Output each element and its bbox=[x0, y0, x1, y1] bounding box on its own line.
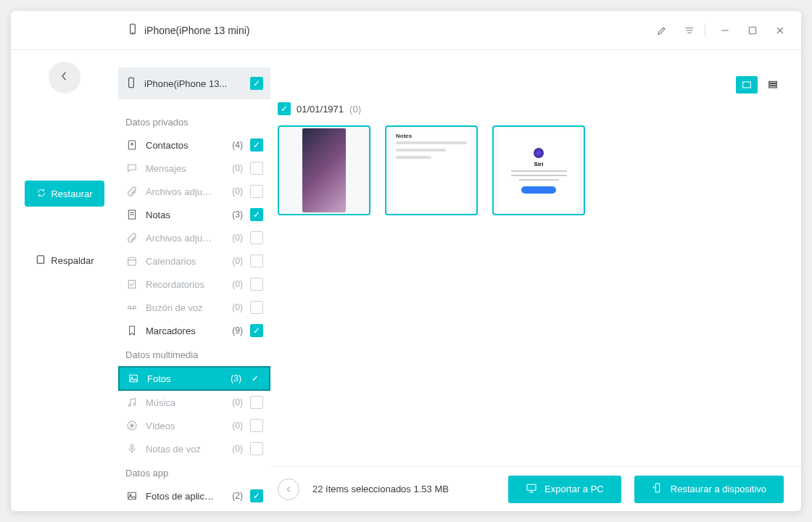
section-media: Datos multimedia bbox=[118, 342, 270, 366]
menu-icon[interactable] bbox=[682, 22, 697, 38]
app-window: iPhone(iPhone 13 mini) Restaurar Respald… bbox=[11, 11, 801, 511]
category-checkbox[interactable] bbox=[250, 442, 263, 455]
section-app: Datos app bbox=[118, 460, 270, 484]
svg-rect-10 bbox=[38, 255, 44, 263]
category-checkbox[interactable] bbox=[249, 372, 262, 385]
svg-rect-33 bbox=[743, 82, 751, 88]
photos-icon bbox=[127, 373, 140, 384]
minimize-button[interactable] bbox=[717, 22, 733, 38]
category-notes[interactable]: Notas(3) bbox=[118, 203, 270, 226]
svg-rect-19 bbox=[128, 281, 135, 289]
category-videos[interactable]: Vídeos(0) bbox=[118, 414, 270, 437]
category-checkbox[interactable] bbox=[250, 489, 263, 502]
date-count: (0) bbox=[349, 104, 361, 115]
thumbnail[interactable] bbox=[278, 125, 370, 215]
restore-device-button[interactable]: Restaurar a dispositivo bbox=[634, 476, 784, 503]
close-button[interactable] bbox=[772, 22, 788, 38]
restore-device-icon bbox=[652, 482, 663, 496]
svg-rect-40 bbox=[655, 484, 659, 492]
svg-rect-29 bbox=[131, 444, 133, 450]
phone-icon bbox=[127, 23, 138, 37]
content-toolbar bbox=[270, 50, 801, 99]
svg-point-13 bbox=[131, 143, 133, 145]
category-reminders[interactable]: Recordatorios(0) bbox=[118, 273, 270, 296]
category-checkbox[interactable] bbox=[250, 254, 263, 268]
category-checkbox[interactable] bbox=[250, 419, 263, 432]
category-count: (0) bbox=[223, 444, 243, 454]
category-count: (2) bbox=[223, 491, 243, 501]
category-checkbox[interactable] bbox=[250, 162, 263, 175]
category-checkbox[interactable] bbox=[250, 396, 263, 409]
category-checkbox[interactable] bbox=[250, 324, 263, 337]
category-checkbox[interactable] bbox=[250, 185, 263, 198]
maximize-button[interactable] bbox=[745, 22, 761, 38]
edit-icon[interactable] bbox=[654, 22, 670, 38]
restore-button[interactable]: Restaurar bbox=[25, 181, 104, 207]
calendars-icon bbox=[125, 255, 138, 267]
category-photos[interactable]: Fotos(3) bbox=[118, 366, 270, 391]
divider bbox=[705, 24, 705, 37]
svg-rect-31 bbox=[128, 492, 136, 499]
category-name: Fotos de aplicaci... bbox=[146, 491, 215, 502]
content-area: 01/01/1971 (0) Notes Siri 22 ítems selec… bbox=[270, 50, 801, 511]
category-checkbox[interactable] bbox=[250, 208, 263, 221]
svg-rect-36 bbox=[769, 86, 777, 88]
thumbnail[interactable]: Notes bbox=[385, 125, 478, 215]
attach2-icon bbox=[125, 232, 138, 244]
restore-device-label: Restaurar a dispositivo bbox=[671, 484, 766, 494]
messages-icon bbox=[125, 162, 138, 174]
export-icon bbox=[526, 482, 537, 496]
category-name: Fotos bbox=[147, 373, 214, 384]
device-checkbox[interactable] bbox=[250, 77, 263, 90]
prev-page-button[interactable] bbox=[278, 478, 299, 500]
export-label: Exportar a PC bbox=[544, 484, 604, 494]
category-contacts[interactable]: Contactos(4) bbox=[118, 133, 270, 157]
date-checkbox[interactable] bbox=[278, 102, 291, 115]
videos-icon bbox=[125, 420, 138, 431]
music-icon bbox=[125, 397, 138, 408]
view-list-button[interactable] bbox=[762, 76, 784, 94]
category-calendars[interactable]: Calendarios(0) bbox=[118, 249, 270, 273]
svg-point-25 bbox=[128, 405, 130, 407]
appphotos-icon bbox=[125, 490, 138, 502]
category-count: (9) bbox=[223, 326, 243, 336]
category-name: Calendarios bbox=[146, 256, 215, 267]
category-checkbox[interactable] bbox=[250, 301, 263, 314]
category-appphotos[interactable]: Fotos de aplicaci...(2) bbox=[118, 484, 270, 508]
category-music[interactable]: Música(0) bbox=[118, 391, 270, 414]
category-checkbox[interactable] bbox=[250, 278, 263, 291]
svg-rect-23 bbox=[130, 375, 138, 381]
date-group-header: 01/01/1971 (0) bbox=[270, 99, 801, 125]
category-messages[interactable]: Mensajes(0) bbox=[118, 157, 270, 180]
category-bookmarks[interactable]: Marcadores(9) bbox=[118, 319, 270, 342]
bookmarks-icon bbox=[125, 325, 138, 336]
titlebar: iPhone(iPhone 13 mini) bbox=[11, 11, 801, 50]
attach1-icon bbox=[125, 186, 138, 197]
device-selector[interactable]: iPhone(iPhone 13... bbox=[118, 67, 270, 99]
category-name: Música bbox=[146, 397, 215, 408]
svg-rect-0 bbox=[130, 24, 136, 33]
back-button[interactable] bbox=[49, 62, 80, 94]
category-attach1[interactable]: Archivos adjunt...(0) bbox=[118, 180, 270, 203]
category-voicenotes[interactable]: Notas de voz(0) bbox=[118, 437, 270, 460]
thumbnail[interactable]: Siri bbox=[492, 125, 585, 215]
category-count: (0) bbox=[223, 302, 243, 312]
titlebar-device-name: iPhone(iPhone 13 mini) bbox=[144, 25, 250, 36]
svg-rect-35 bbox=[769, 84, 777, 86]
category-attach2[interactable]: Archivos adjunt...(0) bbox=[118, 226, 270, 249]
section-private: Datos privados bbox=[118, 109, 270, 133]
voicenotes-icon bbox=[125, 443, 138, 455]
thumbnail-grid: Notes Siri bbox=[270, 125, 801, 466]
category-voicemail[interactable]: Buzón de voz(0) bbox=[118, 296, 270, 319]
back-icon bbox=[58, 70, 71, 86]
category-checkbox[interactable] bbox=[250, 138, 263, 152]
export-pc-button[interactable]: Exportar a PC bbox=[508, 476, 621, 503]
sidebar: iPhone(iPhone 13... Datos privados Conta… bbox=[118, 50, 270, 511]
category-checkbox[interactable] bbox=[250, 231, 263, 244]
category-name: Vídeos bbox=[146, 420, 215, 431]
backup-button[interactable]: Respaldar bbox=[25, 247, 104, 273]
left-rail: Restaurar Respaldar bbox=[11, 50, 118, 511]
view-grid-button[interactable] bbox=[736, 76, 758, 94]
category-count: (0) bbox=[223, 163, 243, 173]
svg-marker-28 bbox=[131, 423, 134, 427]
